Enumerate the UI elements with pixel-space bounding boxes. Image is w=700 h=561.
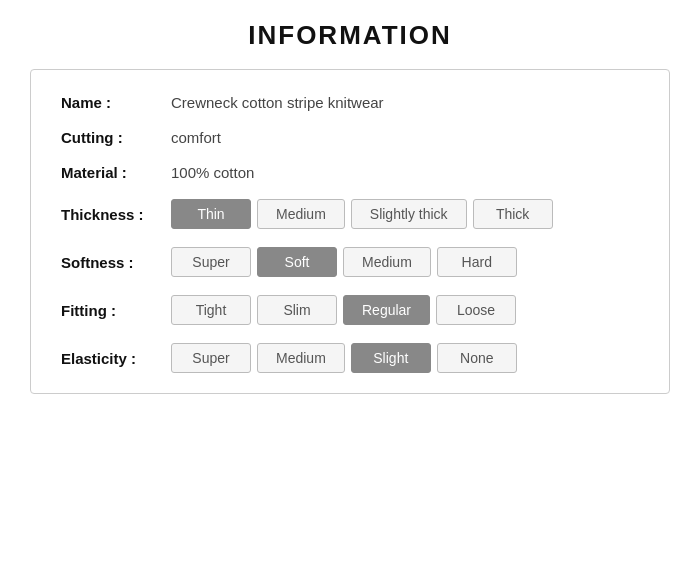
value-cutting: comfort bbox=[171, 129, 221, 146]
label-softness: Softness : bbox=[61, 254, 171, 271]
value-name: Crewneck cotton stripe knitwear bbox=[171, 94, 384, 111]
chip-softness-soft[interactable]: Soft bbox=[257, 247, 337, 277]
page-title: INFORMATION bbox=[248, 20, 452, 51]
row-softness: Softness :SuperSoftMediumHard bbox=[61, 247, 639, 277]
label-fitting: Fitting : bbox=[61, 302, 171, 319]
chips-thickness: ThinMediumSlightly thickThick bbox=[171, 199, 553, 229]
label-elasticity: Elasticity : bbox=[61, 350, 171, 367]
chip-thickness-thick[interactable]: Thick bbox=[473, 199, 553, 229]
chip-softness-medium[interactable]: Medium bbox=[343, 247, 431, 277]
chip-elasticity-none[interactable]: None bbox=[437, 343, 517, 373]
value-material: 100% cotton bbox=[171, 164, 254, 181]
chip-elasticity-slight[interactable]: Slight bbox=[351, 343, 431, 373]
chip-elasticity-medium[interactable]: Medium bbox=[257, 343, 345, 373]
chips-softness: SuperSoftMediumHard bbox=[171, 247, 517, 277]
chip-elasticity-super[interactable]: Super bbox=[171, 343, 251, 373]
label-material: Material : bbox=[61, 164, 171, 181]
label-cutting: Cutting : bbox=[61, 129, 171, 146]
row-elasticity: Elasticity :SuperMediumSlightNone bbox=[61, 343, 639, 373]
chip-fitting-slim[interactable]: Slim bbox=[257, 295, 337, 325]
info-box: Name :Crewneck cotton stripe knitwearCut… bbox=[30, 69, 670, 394]
chip-fitting-regular[interactable]: Regular bbox=[343, 295, 430, 325]
chip-thickness-thin[interactable]: Thin bbox=[171, 199, 251, 229]
chips-fitting: TightSlimRegularLoose bbox=[171, 295, 516, 325]
label-thickness: Thickness : bbox=[61, 206, 171, 223]
chip-fitting-tight[interactable]: Tight bbox=[171, 295, 251, 325]
row-name: Name :Crewneck cotton stripe knitwear bbox=[61, 94, 639, 111]
chip-fitting-loose[interactable]: Loose bbox=[436, 295, 516, 325]
chip-softness-hard[interactable]: Hard bbox=[437, 247, 517, 277]
chips-elasticity: SuperMediumSlightNone bbox=[171, 343, 517, 373]
chip-thickness-slightly-thick[interactable]: Slightly thick bbox=[351, 199, 467, 229]
row-fitting: Fitting :TightSlimRegularLoose bbox=[61, 295, 639, 325]
chip-softness-super[interactable]: Super bbox=[171, 247, 251, 277]
row-thickness: Thickness :ThinMediumSlightly thickThick bbox=[61, 199, 639, 229]
row-material: Material :100% cotton bbox=[61, 164, 639, 181]
row-cutting: Cutting :comfort bbox=[61, 129, 639, 146]
label-name: Name : bbox=[61, 94, 171, 111]
chip-thickness-medium[interactable]: Medium bbox=[257, 199, 345, 229]
